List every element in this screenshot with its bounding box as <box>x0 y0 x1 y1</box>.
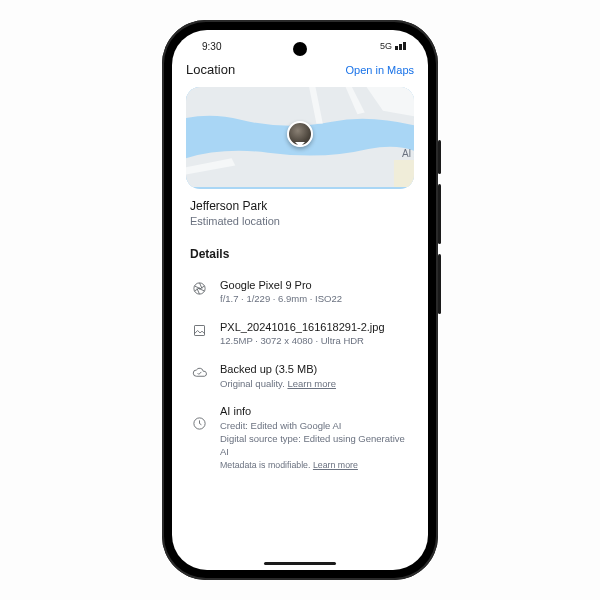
ai-info-row[interactable]: AI info Credit: Edited with Google AI Di… <box>186 397 414 479</box>
camera-sub: f/1.7 · 1/229 · 6.9mm · ISO22 <box>220 293 410 306</box>
location-block: Jefferson Park Estimated location <box>172 189 428 241</box>
cloud-check-icon <box>190 363 208 381</box>
backup-row[interactable]: Backed up (3.5 MB) Original quality. Lea… <box>186 355 414 397</box>
volume-down-button <box>438 254 441 314</box>
map-preview[interactable]: Al <box>186 87 414 189</box>
open-in-maps-link[interactable]: Open in Maps <box>346 64 414 76</box>
camera-row[interactable]: Google Pixel 9 Pro f/1.7 · 1/229 · 6.9mm… <box>186 271 414 313</box>
camera-title: Google Pixel 9 Pro <box>220 278 410 292</box>
file-title: PXL_20241016_161618291-2.jpg <box>220 320 410 334</box>
backup-learn-more-link[interactable]: Learn more <box>287 378 336 389</box>
ai-line2: Digital source type: Edited using Genera… <box>220 433 410 459</box>
location-name: Jefferson Park <box>190 199 410 213</box>
map-pin-icon <box>287 121 313 147</box>
volume-up-button <box>438 184 441 244</box>
backup-sub: Original quality. Learn more <box>220 378 410 391</box>
status-time: 9:30 <box>202 41 221 52</box>
file-sub: 12.5MP · 3072 x 4080 · Ultra HDR <box>220 335 410 348</box>
front-camera <box>293 42 307 56</box>
ai-line1: Credit: Edited with Google AI <box>220 420 410 433</box>
aperture-icon <box>190 279 208 297</box>
details-heading: Details <box>172 241 428 271</box>
details-list: Google Pixel 9 Pro f/1.7 · 1/229 · 6.9mm… <box>172 271 428 479</box>
map-nearby-label: Al <box>402 148 411 159</box>
image-icon <box>190 321 208 339</box>
signal-icon <box>395 42 406 50</box>
page-title: Location <box>186 62 235 77</box>
file-row[interactable]: PXL_20241016_161618291-2.jpg 12.5MP · 30… <box>186 313 414 355</box>
ai-title: AI info <box>220 404 410 418</box>
network-label: 5G <box>380 41 392 51</box>
header: Location Open in Maps <box>172 62 428 83</box>
screen: 9:30 5G Location Open in Maps <box>172 30 428 570</box>
side-button <box>438 140 441 174</box>
backup-title: Backed up (3.5 MB) <box>220 362 410 376</box>
ai-meta: Metadata is modifiable. Learn more <box>220 460 410 472</box>
ai-learn-more-link[interactable]: Learn more <box>313 460 358 470</box>
home-indicator[interactable] <box>264 562 336 566</box>
ai-edit-icon <box>190 414 208 432</box>
status-right: 5G <box>380 41 406 51</box>
location-subtitle: Estimated location <box>190 215 410 227</box>
phone-frame: 9:30 5G Location Open in Maps <box>162 20 438 580</box>
svg-rect-1 <box>394 160 414 187</box>
svg-rect-3 <box>194 325 204 335</box>
